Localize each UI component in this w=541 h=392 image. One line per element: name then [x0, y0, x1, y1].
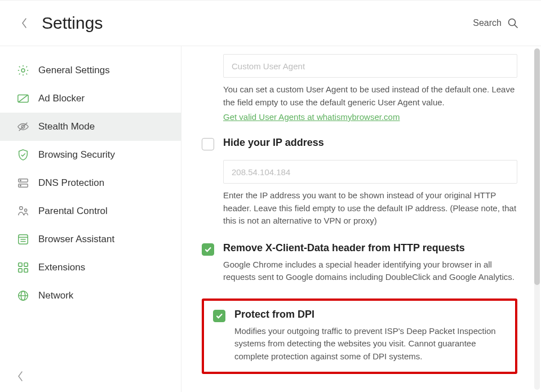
- sidebar-item-label: Ad Blocker: [38, 93, 85, 104]
- parental-icon: [17, 205, 29, 217]
- remove-xclient-desc: Google Chrome includes a special header …: [223, 259, 517, 284]
- stealth-icon: [17, 121, 29, 133]
- page-title: Settings: [42, 14, 103, 33]
- chevron-left-icon: [21, 17, 28, 29]
- search-icon: [507, 17, 518, 29]
- gear-icon: [17, 64, 29, 77]
- svg-point-2: [21, 69, 25, 72]
- hide-ip-desc: Enter the IP address you want to be show…: [223, 189, 517, 228]
- header-bar: Settings Search: [0, 0, 541, 46]
- hide-ip-title: Hide your IP address: [223, 137, 517, 149]
- sidebar-item-stealth-mode[interactable]: Stealth Mode: [0, 113, 181, 141]
- sidebar-item-ad-blocker[interactable]: Ad Blocker: [0, 84, 181, 113]
- protect-dpi-checkbox[interactable]: [213, 310, 225, 322]
- settings-content: You can set a custom User Agent to be us…: [202, 54, 517, 374]
- setting-protect-dpi-highlight: Protect from DPI Modifies your outgoing …: [202, 299, 517, 375]
- extensions-icon: [17, 261, 29, 274]
- remove-xclient-checkbox[interactable]: [202, 243, 214, 256]
- svg-rect-18: [24, 263, 28, 266]
- svg-point-12: [24, 209, 26, 211]
- search-label: Search: [473, 18, 502, 28]
- custom-user-agent-input[interactable]: [223, 54, 517, 78]
- sidebar-item-label: Stealth Mode: [38, 121, 95, 132]
- svg-rect-20: [24, 269, 28, 272]
- svg-line-1: [515, 25, 517, 28]
- sidebar-item-label: DNS Protection: [38, 177, 104, 189]
- svg-rect-17: [19, 263, 22, 266]
- svg-point-10: [20, 185, 21, 186]
- sidebar-item-network[interactable]: Network: [0, 282, 181, 310]
- sidebar-item-label: Browsing Security: [38, 149, 115, 161]
- sidebar-item-general-settings[interactable]: General Settings: [0, 56, 181, 84]
- svg-line-4: [19, 95, 28, 103]
- chevron-left-icon: [17, 371, 24, 382]
- setting-hide-ip: Hide your IP address Enter the IP addres…: [202, 137, 517, 228]
- protect-dpi-title: Protect from DPI: [234, 309, 506, 320]
- blocker-icon: [17, 92, 29, 105]
- sidebar-item-parental-control[interactable]: Parental Control: [0, 197, 181, 225]
- header-left: Settings: [19, 14, 103, 33]
- assistant-icon: [17, 233, 29, 246]
- svg-rect-19: [19, 269, 22, 272]
- network-icon: [17, 289, 29, 302]
- sidebar-item-browser-assistant[interactable]: Browser Assistant: [0, 225, 181, 253]
- remove-xclient-title: Remove X-Client-Data header from HTTP re…: [223, 242, 517, 254]
- svg-point-9: [20, 180, 21, 181]
- sidebar-item-dns-protection[interactable]: DNS Protection: [0, 169, 181, 197]
- dns-icon: [17, 177, 29, 189]
- sidebar-item-label: General Settings: [38, 65, 110, 76]
- setting-custom-user-agent: You can set a custom User Agent to be us…: [223, 54, 517, 122]
- sidebar-item-label: Browser Assistant: [38, 234, 114, 245]
- sidebar-item-label: Network: [38, 290, 73, 301]
- sidebar-item-label: Parental Control: [38, 206, 108, 217]
- sidebar-item-browsing-security[interactable]: Browsing Security: [0, 141, 181, 169]
- hide-ip-input[interactable]: [223, 160, 517, 184]
- back-button[interactable]: [19, 18, 29, 28]
- svg-point-11: [20, 207, 23, 210]
- user-agent-link[interactable]: Get valid User Agents at whatismybrowser…: [223, 112, 400, 122]
- main-panel: You can set a custom User Agent to be us…: [181, 46, 541, 392]
- setting-remove-xclient: Remove X-Client-Data header from HTTP re…: [202, 242, 517, 284]
- sidebar-item-extensions[interactable]: Extensions: [0, 253, 181, 282]
- custom-user-agent-desc: You can set a custom User Agent to be us…: [223, 83, 517, 109]
- protect-dpi-desc: Modifies your outgoing traffic to preven…: [234, 325, 506, 363]
- sidebar-collapse-button[interactable]: [0, 371, 181, 392]
- shield-icon: [17, 149, 29, 161]
- sidebar: General Settings Ad Blocker Stealth Mode…: [0, 46, 181, 392]
- body: General Settings Ad Blocker Stealth Mode…: [0, 46, 541, 392]
- scrollbar-thumb[interactable]: [534, 48, 540, 285]
- sidebar-item-label: Extensions: [38, 262, 85, 273]
- search-button[interactable]: Search: [473, 17, 518, 29]
- hide-ip-checkbox[interactable]: [202, 138, 214, 150]
